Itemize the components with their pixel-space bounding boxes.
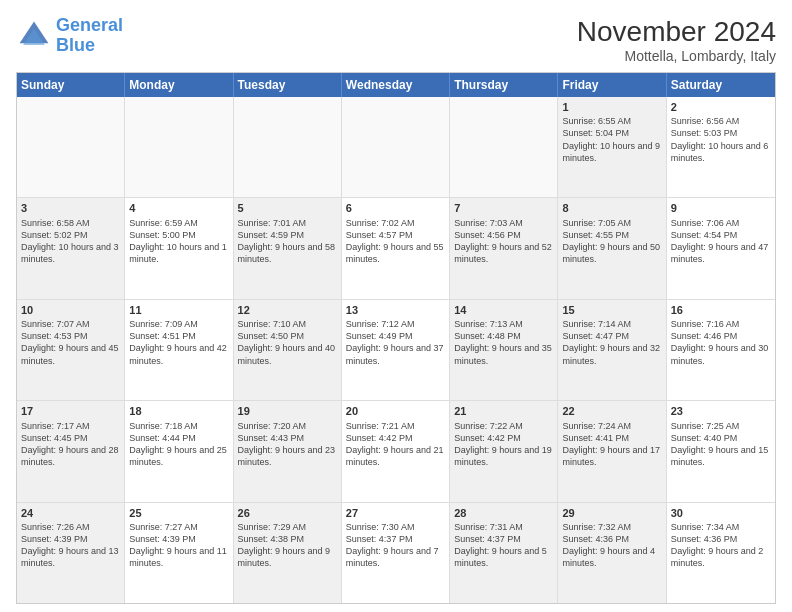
calendar-cell-19: 19Sunrise: 7:20 AM Sunset: 4:43 PM Dayli…	[234, 401, 342, 501]
day-number: 13	[346, 303, 445, 317]
day-info: Sunrise: 7:03 AM Sunset: 4:56 PM Dayligh…	[454, 217, 553, 266]
calendar-cell-empty-3	[342, 97, 450, 197]
title-block: November 2024 Mottella, Lombardy, Italy	[577, 16, 776, 64]
calendar-cell-25: 25Sunrise: 7:27 AM Sunset: 4:39 PM Dayli…	[125, 503, 233, 603]
day-number: 18	[129, 404, 228, 418]
calendar-cell-2: 2Sunrise: 6:56 AM Sunset: 5:03 PM Daylig…	[667, 97, 775, 197]
calendar-cell-7: 7Sunrise: 7:03 AM Sunset: 4:56 PM Daylig…	[450, 198, 558, 298]
page: General Blue November 2024 Mottella, Lom…	[0, 0, 792, 612]
day-info: Sunrise: 7:18 AM Sunset: 4:44 PM Dayligh…	[129, 420, 228, 469]
calendar-cell-17: 17Sunrise: 7:17 AM Sunset: 4:45 PM Dayli…	[17, 401, 125, 501]
day-number: 27	[346, 506, 445, 520]
day-info: Sunrise: 7:10 AM Sunset: 4:50 PM Dayligh…	[238, 318, 337, 367]
calendar-cell-21: 21Sunrise: 7:22 AM Sunset: 4:42 PM Dayli…	[450, 401, 558, 501]
calendar-cell-empty-1	[125, 97, 233, 197]
calendar-cell-empty-2	[234, 97, 342, 197]
day-number: 29	[562, 506, 661, 520]
header: General Blue November 2024 Mottella, Lom…	[16, 16, 776, 64]
day-number: 7	[454, 201, 553, 215]
day-info: Sunrise: 7:01 AM Sunset: 4:59 PM Dayligh…	[238, 217, 337, 266]
day-info: Sunrise: 6:55 AM Sunset: 5:04 PM Dayligh…	[562, 115, 661, 164]
calendar-cell-14: 14Sunrise: 7:13 AM Sunset: 4:48 PM Dayli…	[450, 300, 558, 400]
day-number: 12	[238, 303, 337, 317]
day-number: 8	[562, 201, 661, 215]
calendar-row-1: 3Sunrise: 6:58 AM Sunset: 5:02 PM Daylig…	[17, 198, 775, 299]
day-info: Sunrise: 6:56 AM Sunset: 5:03 PM Dayligh…	[671, 115, 771, 164]
day-number: 10	[21, 303, 120, 317]
day-number: 16	[671, 303, 771, 317]
calendar-cell-13: 13Sunrise: 7:12 AM Sunset: 4:49 PM Dayli…	[342, 300, 450, 400]
day-number: 4	[129, 201, 228, 215]
calendar-cell-22: 22Sunrise: 7:24 AM Sunset: 4:41 PM Dayli…	[558, 401, 666, 501]
day-info: Sunrise: 7:02 AM Sunset: 4:57 PM Dayligh…	[346, 217, 445, 266]
calendar-header: SundayMondayTuesdayWednesdayThursdayFrid…	[17, 73, 775, 97]
month-title: November 2024	[577, 16, 776, 48]
day-info: Sunrise: 7:06 AM Sunset: 4:54 PM Dayligh…	[671, 217, 771, 266]
location: Mottella, Lombardy, Italy	[577, 48, 776, 64]
day-info: Sunrise: 7:07 AM Sunset: 4:53 PM Dayligh…	[21, 318, 120, 367]
header-day-wednesday: Wednesday	[342, 73, 450, 97]
header-day-friday: Friday	[558, 73, 666, 97]
calendar-cell-4: 4Sunrise: 6:59 AM Sunset: 5:00 PM Daylig…	[125, 198, 233, 298]
day-info: Sunrise: 7:16 AM Sunset: 4:46 PM Dayligh…	[671, 318, 771, 367]
day-number: 6	[346, 201, 445, 215]
day-number: 23	[671, 404, 771, 418]
calendar-cell-24: 24Sunrise: 7:26 AM Sunset: 4:39 PM Dayli…	[17, 503, 125, 603]
calendar-cell-11: 11Sunrise: 7:09 AM Sunset: 4:51 PM Dayli…	[125, 300, 233, 400]
day-info: Sunrise: 6:59 AM Sunset: 5:00 PM Dayligh…	[129, 217, 228, 266]
calendar-cell-30: 30Sunrise: 7:34 AM Sunset: 4:36 PM Dayli…	[667, 503, 775, 603]
day-number: 28	[454, 506, 553, 520]
day-info: Sunrise: 7:13 AM Sunset: 4:48 PM Dayligh…	[454, 318, 553, 367]
day-info: Sunrise: 7:32 AM Sunset: 4:36 PM Dayligh…	[562, 521, 661, 570]
day-number: 26	[238, 506, 337, 520]
calendar-row-3: 17Sunrise: 7:17 AM Sunset: 4:45 PM Dayli…	[17, 401, 775, 502]
day-info: Sunrise: 7:24 AM Sunset: 4:41 PM Dayligh…	[562, 420, 661, 469]
day-info: Sunrise: 7:31 AM Sunset: 4:37 PM Dayligh…	[454, 521, 553, 570]
calendar: SundayMondayTuesdayWednesdayThursdayFrid…	[16, 72, 776, 604]
header-day-tuesday: Tuesday	[234, 73, 342, 97]
calendar-row-2: 10Sunrise: 7:07 AM Sunset: 4:53 PM Dayli…	[17, 300, 775, 401]
day-info: Sunrise: 7:17 AM Sunset: 4:45 PM Dayligh…	[21, 420, 120, 469]
day-number: 3	[21, 201, 120, 215]
day-number: 15	[562, 303, 661, 317]
calendar-cell-8: 8Sunrise: 7:05 AM Sunset: 4:55 PM Daylig…	[558, 198, 666, 298]
logo: General Blue	[16, 16, 123, 56]
calendar-cell-12: 12Sunrise: 7:10 AM Sunset: 4:50 PM Dayli…	[234, 300, 342, 400]
day-info: Sunrise: 7:20 AM Sunset: 4:43 PM Dayligh…	[238, 420, 337, 469]
logo-general: General	[56, 15, 123, 35]
calendar-cell-5: 5Sunrise: 7:01 AM Sunset: 4:59 PM Daylig…	[234, 198, 342, 298]
day-info: Sunrise: 7:26 AM Sunset: 4:39 PM Dayligh…	[21, 521, 120, 570]
calendar-cell-9: 9Sunrise: 7:06 AM Sunset: 4:54 PM Daylig…	[667, 198, 775, 298]
calendar-cell-1: 1Sunrise: 6:55 AM Sunset: 5:04 PM Daylig…	[558, 97, 666, 197]
day-info: Sunrise: 7:22 AM Sunset: 4:42 PM Dayligh…	[454, 420, 553, 469]
day-number: 30	[671, 506, 771, 520]
day-info: Sunrise: 7:12 AM Sunset: 4:49 PM Dayligh…	[346, 318, 445, 367]
day-info: Sunrise: 7:09 AM Sunset: 4:51 PM Dayligh…	[129, 318, 228, 367]
day-info: Sunrise: 7:21 AM Sunset: 4:42 PM Dayligh…	[346, 420, 445, 469]
header-day-thursday: Thursday	[450, 73, 558, 97]
calendar-body: 1Sunrise: 6:55 AM Sunset: 5:04 PM Daylig…	[17, 97, 775, 603]
day-number: 20	[346, 404, 445, 418]
day-number: 1	[562, 100, 661, 114]
header-day-saturday: Saturday	[667, 73, 775, 97]
day-number: 17	[21, 404, 120, 418]
calendar-cell-18: 18Sunrise: 7:18 AM Sunset: 4:44 PM Dayli…	[125, 401, 233, 501]
calendar-cell-23: 23Sunrise: 7:25 AM Sunset: 4:40 PM Dayli…	[667, 401, 775, 501]
day-number: 25	[129, 506, 228, 520]
day-number: 2	[671, 100, 771, 114]
calendar-cell-15: 15Sunrise: 7:14 AM Sunset: 4:47 PM Dayli…	[558, 300, 666, 400]
day-info: Sunrise: 7:34 AM Sunset: 4:36 PM Dayligh…	[671, 521, 771, 570]
day-info: Sunrise: 7:14 AM Sunset: 4:47 PM Dayligh…	[562, 318, 661, 367]
calendar-cell-27: 27Sunrise: 7:30 AM Sunset: 4:37 PM Dayli…	[342, 503, 450, 603]
day-info: Sunrise: 7:05 AM Sunset: 4:55 PM Dayligh…	[562, 217, 661, 266]
calendar-cell-20: 20Sunrise: 7:21 AM Sunset: 4:42 PM Dayli…	[342, 401, 450, 501]
day-number: 9	[671, 201, 771, 215]
calendar-row-4: 24Sunrise: 7:26 AM Sunset: 4:39 PM Dayli…	[17, 503, 775, 603]
header-day-sunday: Sunday	[17, 73, 125, 97]
day-number: 19	[238, 404, 337, 418]
calendar-cell-28: 28Sunrise: 7:31 AM Sunset: 4:37 PM Dayli…	[450, 503, 558, 603]
calendar-cell-26: 26Sunrise: 7:29 AM Sunset: 4:38 PM Dayli…	[234, 503, 342, 603]
day-info: Sunrise: 7:29 AM Sunset: 4:38 PM Dayligh…	[238, 521, 337, 570]
day-info: Sunrise: 7:27 AM Sunset: 4:39 PM Dayligh…	[129, 521, 228, 570]
calendar-row-0: 1Sunrise: 6:55 AM Sunset: 5:04 PM Daylig…	[17, 97, 775, 198]
